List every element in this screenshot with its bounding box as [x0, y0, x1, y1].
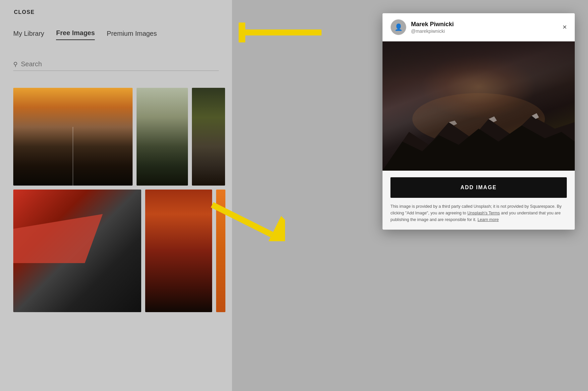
image-thumb-orange[interactable]	[216, 190, 225, 312]
tab-my-library[interactable]: My Library	[13, 30, 44, 40]
search-label: Search	[21, 60, 42, 68]
author-name: Marek Piwnicki	[411, 21, 454, 28]
overlay-panel: 👤 Marek Piwnicki @marekpiwnicki × ADD IM…	[382, 13, 575, 230]
panel-footer: ADD IMAGE This image is provided by a th…	[382, 171, 575, 230]
tab-free-images[interactable]: Free Images	[56, 29, 95, 40]
image-thumb-fire[interactable]	[145, 190, 212, 312]
tab-premium-images[interactable]: Premium Images	[107, 30, 157, 40]
panel-main-image	[382, 41, 575, 171]
author-info: 👤 Marek Piwnicki @marekpiwnicki	[390, 19, 454, 35]
image-thumb-abstract-red[interactable]	[13, 190, 141, 312]
grid-row-1	[13, 88, 225, 186]
image-thumb-city[interactable]	[192, 88, 225, 186]
add-image-button[interactable]: ADD IMAGE	[390, 177, 567, 198]
disclaimer-text: This image is provided by a third party …	[390, 203, 567, 223]
author-text: Marek Piwnicki @marekpiwnicki	[411, 21, 454, 34]
learn-more-link[interactable]: Learn more	[478, 217, 499, 222]
search-icon: ⚲	[13, 61, 18, 68]
image-thumb-road-sunset[interactable]	[13, 88, 133, 186]
panel-header: 👤 Marek Piwnicki @marekpiwnicki ×	[382, 13, 575, 41]
panel-close-button[interactable]: ×	[562, 24, 567, 31]
search-bar[interactable]: ⚲ Search	[13, 60, 219, 71]
svg-marker-7	[532, 113, 539, 119]
arrow-top	[239, 23, 325, 42]
unsplash-terms-link[interactable]: Unsplash's Terms	[467, 211, 500, 215]
mountain-svg	[382, 93, 575, 171]
close-button[interactable]: CLOSE	[14, 9, 35, 15]
grid-row-2	[13, 190, 225, 312]
image-thumb-road-tree[interactable]	[137, 88, 188, 186]
avatar: 👤	[390, 19, 406, 35]
image-grid	[13, 88, 225, 312]
tab-bar: My Library Free Images Premium Images	[13, 29, 157, 40]
author-handle: @marekpiwnicki	[411, 28, 454, 34]
left-panel: CLOSE My Library Free Images Premium Ima…	[0, 0, 232, 391]
